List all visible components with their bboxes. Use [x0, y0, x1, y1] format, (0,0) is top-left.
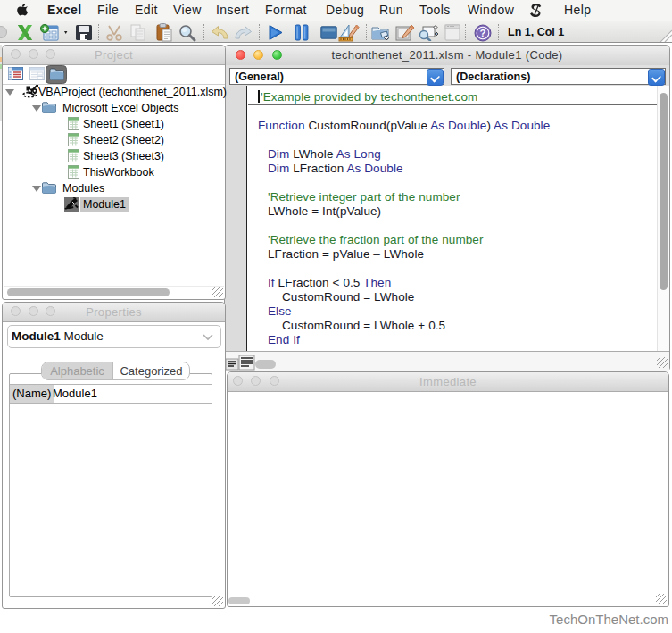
svg-text:?: ? [479, 28, 485, 38]
